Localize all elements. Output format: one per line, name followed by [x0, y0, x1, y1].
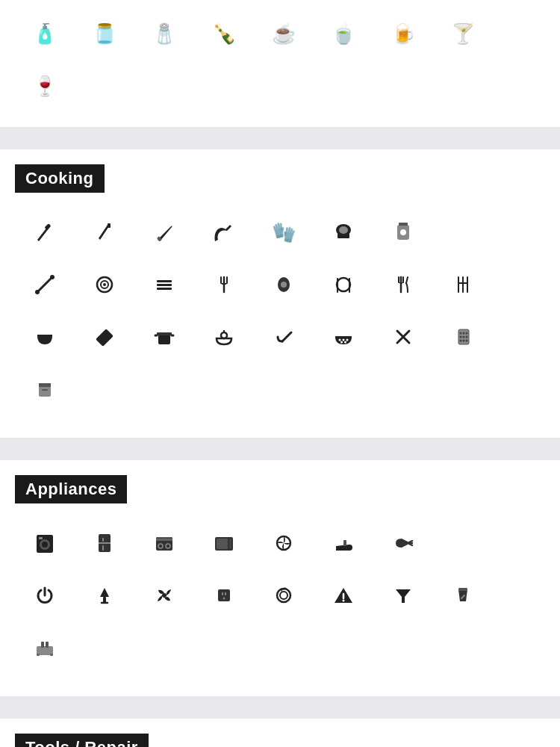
- svg-point-58: [466, 336, 468, 338]
- svg-point-11: [50, 275, 55, 279]
- peeler-icon: [75, 206, 134, 258]
- bottle-icon: 🧴: [15, 7, 75, 60]
- svg-point-57: [463, 336, 465, 338]
- wine-glass-icon: 🍷: [15, 60, 75, 112]
- svg-rect-16: [157, 284, 172, 286]
- toaster-icon: [15, 622, 75, 674]
- food-storage-icon: [15, 363, 75, 415]
- crossed-utensils-icon: [373, 311, 433, 363]
- cooking-label: Cooking: [15, 164, 105, 193]
- fork-knife-icon: [373, 258, 433, 311]
- svg-rect-79: [217, 539, 228, 549]
- oven-mitt-icon: 🧤: [254, 206, 314, 258]
- svg-rect-90: [218, 589, 230, 601]
- svg-rect-100: [41, 642, 44, 648]
- svg-rect-92: [225, 592, 226, 595]
- divider-2: [0, 438, 560, 460]
- wine-bottle-icon: 🍾: [194, 7, 254, 60]
- salt-shakers-icon: 🧂: [134, 7, 194, 60]
- chef-hat-icon: [314, 206, 373, 258]
- drinks-icon-grid: 🧴 🫙 🧂 🍾 ☕ 🍵 🍺 🍸 🍷: [15, 7, 545, 112]
- svg-point-59: [460, 340, 462, 342]
- grater-icon: [433, 311, 493, 363]
- svg-rect-74: [156, 537, 172, 540]
- svg-point-44: [339, 339, 341, 341]
- svg-rect-0: [44, 223, 51, 230]
- svg-rect-80: [229, 539, 231, 549]
- utensils-set-icon: [433, 258, 493, 311]
- tools-repair-section: Tools / Repair: [0, 719, 560, 747]
- svg-point-45: [343, 339, 345, 341]
- svg-point-46: [346, 339, 349, 341]
- funnel-icon: [373, 569, 433, 622]
- svg-point-89: [162, 593, 167, 598]
- rolling-pin-icon: [15, 258, 75, 311]
- divider-1: [0, 127, 560, 149]
- svg-rect-82: [343, 540, 346, 546]
- svg-point-48: [344, 341, 346, 344]
- svg-point-8: [400, 229, 406, 235]
- colander-icon: [314, 311, 373, 363]
- svg-point-61: [466, 340, 468, 342]
- svg-point-5: [339, 226, 348, 234]
- cooktop-burner-icon: [254, 569, 314, 622]
- burner-icon: [75, 258, 134, 311]
- egg-icon: [254, 258, 314, 311]
- svg-rect-7: [399, 223, 408, 226]
- svg-point-97: [343, 600, 345, 602]
- tools-repair-label: Tools / Repair: [15, 734, 149, 747]
- cooking-row-1: 🧤: [15, 206, 545, 258]
- hair-dryer-icon: [373, 517, 433, 569]
- svg-rect-1: [108, 223, 111, 228]
- svg-point-47: [340, 341, 343, 344]
- blender-icon: [433, 569, 493, 622]
- svg-point-14: [103, 283, 106, 286]
- spatula-icon: [15, 206, 75, 258]
- svg-rect-36: [158, 334, 170, 344]
- food-timer-icon: [373, 206, 433, 258]
- svg-rect-101: [46, 642, 49, 648]
- cooking-row-3: [15, 311, 545, 415]
- drinks-section: 🧴 🫙 🧂 🍾 ☕ 🍵 🍺 🍸 🍷: [0, 0, 560, 127]
- svg-line-42: [282, 332, 291, 341]
- svg-line-9: [37, 277, 52, 292]
- svg-rect-4: [337, 234, 349, 238]
- outlet-icon: [194, 569, 254, 622]
- appliances-row-1: [15, 517, 545, 569]
- cooking-row-2: [15, 258, 545, 311]
- svg-point-54: [463, 332, 465, 335]
- coffee-cup-icon: ☕: [254, 7, 314, 60]
- ladle-icon: [194, 206, 254, 258]
- warning-triangle-icon: [314, 569, 373, 622]
- svg-point-53: [460, 332, 462, 335]
- appliances-section: Appliances: [0, 460, 560, 696]
- appliances-label: Appliances: [15, 475, 127, 503]
- lamp-icon: [75, 569, 134, 622]
- divider-3: [0, 696, 560, 719]
- tea-cup-icon: 🍵: [314, 7, 373, 60]
- svg-rect-102: [37, 654, 40, 656]
- svg-point-55: [466, 332, 468, 335]
- svg-point-93: [223, 598, 225, 600]
- place-setting-icon: [314, 258, 373, 311]
- svg-point-94: [277, 589, 290, 602]
- svg-point-22: [281, 282, 287, 288]
- knife-icon: [134, 206, 194, 258]
- soup-ladle-icon: [254, 311, 314, 363]
- svg-point-60: [463, 340, 465, 342]
- cooking-pot-icon: [134, 311, 194, 363]
- appliances-row-2: [15, 569, 545, 674]
- fork-icon: [194, 258, 254, 311]
- microwave-icon: [194, 517, 254, 569]
- svg-point-67: [42, 542, 48, 548]
- pot-lid-icon: [194, 311, 254, 363]
- svg-line-29: [406, 277, 408, 283]
- washing-machine-icon: [15, 517, 75, 569]
- svg-rect-17: [157, 288, 172, 290]
- stack-plates-icon: [134, 258, 194, 311]
- beer-mug-icon: 🍺: [373, 7, 433, 60]
- power-button-icon: [15, 569, 75, 622]
- cocktail-glass-icon: 🍸: [433, 7, 493, 60]
- eraser-icon: [75, 311, 134, 363]
- jar-icon: 🫙: [75, 7, 134, 60]
